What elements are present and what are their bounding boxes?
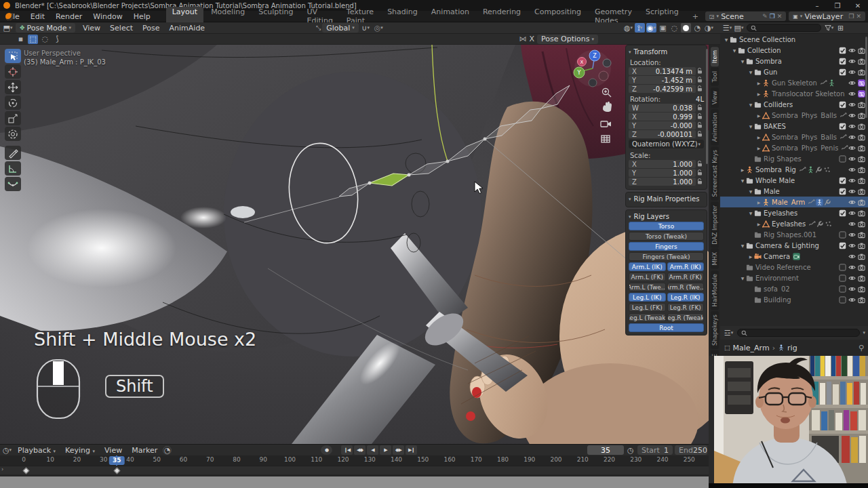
disable-render-icon[interactable] xyxy=(858,296,865,304)
rig-layer-leg-r-tweak-[interactable]: Leg.R (Tweak) xyxy=(667,313,705,322)
checkbox-icon[interactable] xyxy=(839,285,846,293)
3d-viewport[interactable]: Z X Y User Perspectiv xyxy=(0,45,720,444)
hide-viewport-icon[interactable] xyxy=(848,112,856,119)
disable-render-icon[interactable] xyxy=(858,144,865,152)
hide-viewport-icon[interactable] xyxy=(848,144,856,152)
hide-viewport-icon[interactable] xyxy=(848,253,856,260)
next-keyframe-button[interactable]: ◆▶ xyxy=(393,445,404,455)
keyframe-diamond[interactable] xyxy=(23,468,30,474)
menu-edit[interactable]: Edit xyxy=(25,12,50,21)
disable-render-icon[interactable] xyxy=(858,177,865,184)
breadcrumb-object[interactable]: Male_Arm xyxy=(733,344,770,352)
snap-magnet-icon[interactable]: ∪▾ xyxy=(361,23,371,33)
lock-icon[interactable] xyxy=(696,104,704,112)
expand-caret-icon[interactable]: ▶ xyxy=(739,167,746,172)
outliner-row-sombra-phys-penis[interactable]: ▶ Sombra_Phys_Penis xyxy=(720,142,868,153)
location-x-field[interactable]: X0.13474 m xyxy=(629,67,696,75)
rig-layer-arm-r-twe-[interactable]: Arm.R (Twe... xyxy=(667,283,705,291)
hide-viewport-icon[interactable] xyxy=(848,188,856,195)
outliner-row-rig-shapes-001[interactable]: Rig Shapes.001 xyxy=(720,229,868,240)
rig-layer-fingers[interactable]: Fingers xyxy=(629,242,704,251)
properties-search-input[interactable] xyxy=(737,329,860,337)
expand-caret-icon[interactable]: ▶ xyxy=(755,146,762,150)
lock-icon[interactable] xyxy=(696,122,704,129)
shading-wireframe-icon[interactable]: ◌ xyxy=(669,23,679,33)
current-frame-field[interactable]: 35 xyxy=(587,445,624,455)
disable-render-icon[interactable] xyxy=(858,253,865,260)
lock-icon[interactable] xyxy=(696,131,704,138)
outliner-row-colliders[interactable]: ▼ Colliders xyxy=(720,99,868,110)
viewport-menu-select[interactable]: Select xyxy=(105,24,138,33)
outliner-row-gun[interactable]: ▼ Gun xyxy=(720,66,868,77)
mirror-x-label[interactable]: X xyxy=(530,35,535,43)
properties-editor-icon[interactable]: ☲▾ xyxy=(724,328,734,338)
rig-layers-header[interactable]: ▾Rig Layers xyxy=(629,211,704,222)
proportional-edit-icon[interactable]: ◎▾ xyxy=(374,23,384,33)
timeline-clock-icon[interactable]: ◔ xyxy=(163,446,172,455)
checkbox-icon[interactable] xyxy=(839,242,846,249)
outliner-row-gun-skeleton[interactable]: ▶ Gun Skeleton xyxy=(720,77,868,88)
disable-render-icon[interactable] xyxy=(858,231,865,239)
lock-icon[interactable] xyxy=(696,161,704,168)
lock-icon[interactable] xyxy=(696,77,704,84)
disable-render-icon[interactable] xyxy=(858,242,865,249)
hide-viewport-icon[interactable] xyxy=(848,166,856,174)
hide-viewport-icon[interactable] xyxy=(848,220,856,228)
select-circle-mode-icon[interactable]: ◌ xyxy=(40,35,50,44)
disable-render-icon[interactable] xyxy=(858,220,865,228)
hide-viewport-icon[interactable] xyxy=(848,199,856,206)
outliner-row-sofa-02[interactable]: sofa_02 xyxy=(720,283,868,294)
disable-render-icon[interactable] xyxy=(858,274,865,282)
n-panel-tab-view[interactable]: View xyxy=(711,87,719,108)
expand-caret-icon[interactable]: ▼ xyxy=(747,124,754,129)
disable-render-icon[interactable] xyxy=(858,188,865,195)
rig-layer-torso-tweak-[interactable]: Torso (Tweak) xyxy=(629,232,704,241)
timeline-menu-keying[interactable]: Keying ▾ xyxy=(60,446,100,455)
rig-layer-leg-l-tweak-[interactable]: Leg.L (Tweak) xyxy=(629,313,666,322)
rotation-y-field[interactable]: Y-0.000 xyxy=(629,121,696,129)
expand-caret-icon[interactable]: ▼ xyxy=(739,178,746,183)
jump-to-end-button[interactable]: ▶❙ xyxy=(406,445,417,455)
cursor-tool[interactable] xyxy=(5,64,21,79)
playhead-frame-badge[interactable]: 35 xyxy=(109,456,125,465)
shading-material-icon[interactable]: ◔ xyxy=(692,23,703,33)
disable-render-icon[interactable] xyxy=(858,47,865,54)
scale-tool[interactable] xyxy=(5,111,21,125)
expand-caret-icon[interactable]: ▶ xyxy=(755,222,762,226)
outliner-row-camera-lighting[interactable]: ▼ Camera & Lighting xyxy=(720,240,868,251)
n-panel-tab-screencast-keys[interactable]: Screencast Keys xyxy=(711,146,719,200)
scene-selector[interactable]: ◲▾ Scene ✎ ❐ ✕ xyxy=(705,12,786,21)
outliner-row-male-arm[interactable]: ▶ Male_Arm xyxy=(720,197,868,207)
checkbox-icon[interactable] xyxy=(839,264,846,271)
disable-render-icon[interactable] xyxy=(858,155,865,163)
overlays-toggle-icon[interactable]: ◉▾ xyxy=(646,23,656,33)
hide-viewport-icon[interactable] xyxy=(848,68,856,76)
checkbox-icon[interactable] xyxy=(839,209,846,217)
annotate-tool[interactable] xyxy=(5,146,21,160)
expand-caret-icon[interactable]: ▼ xyxy=(747,189,754,194)
copy-icon[interactable]: ❐ xyxy=(770,13,775,20)
disable-render-icon[interactable] xyxy=(858,166,865,174)
n-panel-tab-mhx[interactable]: MHX xyxy=(711,249,719,269)
previous-keyframe-button[interactable]: ◀◆ xyxy=(354,445,366,455)
measure-tool[interactable] xyxy=(5,161,21,176)
scale-y-field[interactable]: Y1.000 xyxy=(629,169,696,177)
outliner-search-input[interactable] xyxy=(747,24,821,32)
select-box-mode-icon[interactable]: ⬚ xyxy=(28,35,38,44)
disable-render-icon[interactable] xyxy=(858,101,865,108)
checkbox-icon[interactable] xyxy=(839,231,846,239)
n-panel-tab-shapekeys[interactable]: Shapekeys xyxy=(711,311,719,349)
hide-viewport-icon[interactable] xyxy=(848,134,856,141)
hide-viewport-icon[interactable] xyxy=(848,58,856,65)
hide-viewport-icon[interactable] xyxy=(848,242,856,249)
unlink-icon[interactable]: ✕ xyxy=(777,13,783,20)
play-button[interactable]: ▶ xyxy=(380,445,391,455)
mode-selector[interactable]: ✥ Pose Mode▾ xyxy=(16,23,75,33)
expand-caret-icon[interactable]: ▼ xyxy=(723,37,730,42)
lock-icon[interactable] xyxy=(696,178,704,186)
close-button[interactable]: ✕ xyxy=(848,2,868,9)
hide-viewport-icon[interactable] xyxy=(848,90,856,98)
menu-render[interactable]: Render xyxy=(50,12,87,21)
rig-layer-arm-r-fk-[interactable]: Arm.R (FK) xyxy=(667,272,705,281)
expand-caret-icon[interactable]: ▼ xyxy=(739,276,746,281)
